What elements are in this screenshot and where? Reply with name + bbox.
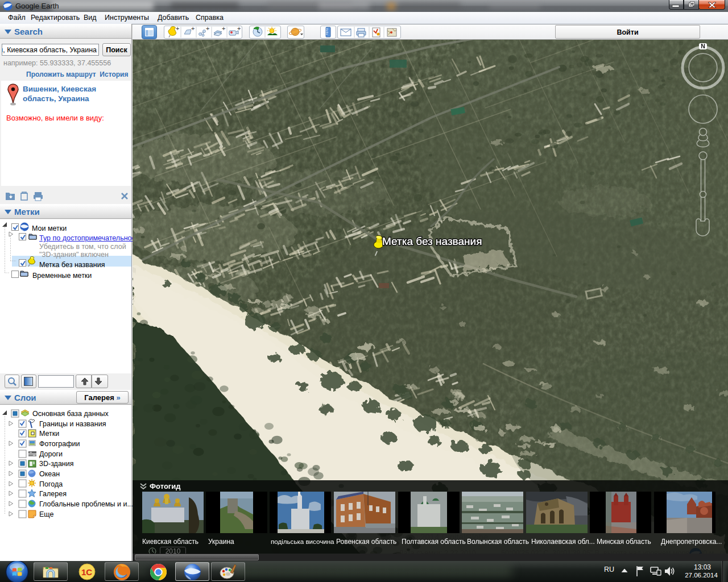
svg-text:Метка без названия: Метка без названия (382, 235, 482, 247)
svg-text:+: + (206, 26, 209, 32)
svg-text:+: + (191, 26, 195, 32)
svg-text:+: + (176, 26, 179, 32)
svg-text:+: + (222, 26, 225, 32)
svg-text:+: + (237, 26, 241, 32)
svg-text:N: N (701, 43, 705, 49)
svg-text:1С: 1С (81, 567, 92, 577)
